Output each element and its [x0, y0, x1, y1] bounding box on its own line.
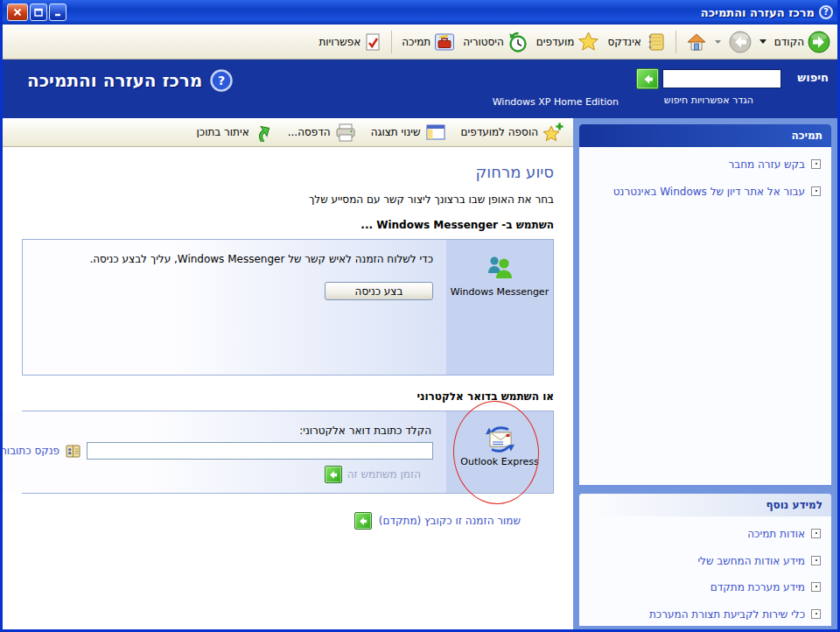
change-view-icon — [425, 123, 446, 141]
sidebar-item-label: בקש עזרה מחבר — [728, 158, 805, 172]
search-go-button[interactable] — [636, 68, 659, 89]
print-button[interactable]: הדפסה... — [288, 123, 356, 142]
change-view-button[interactable]: שינוי תצוגה — [371, 123, 446, 141]
close-button[interactable] — [7, 4, 28, 21]
email-row: פנקס כתובות — [3, 442, 433, 460]
page-toolbar: הוספה למועדפים שינוי תצוגה — [3, 118, 573, 147]
sign-in-button[interactable]: בצע כניסה — [325, 282, 433, 300]
sidebar: תמיכה בקש עזרה מחבר עבור אל אתר דיון של … — [573, 118, 837, 629]
support-panel-title: תמיכה — [579, 124, 831, 147]
arrow-left-icon — [642, 74, 654, 85]
support-panel-body: בקש עזרה מחבר עבור אל אתר דיון של Window… — [579, 147, 831, 210]
options-icon — [364, 32, 382, 52]
back-button[interactable]: הקודם — [774, 31, 830, 53]
index-label: אינדקס — [607, 36, 640, 48]
forward-dropdown[interactable] — [715, 40, 721, 44]
back-label: הקודם — [774, 36, 804, 48]
invite-row: הזמן משתמש זה — [3, 466, 421, 483]
main-content: סיוע מרחוק בחר את האופן שבו ברצונך ליצור… — [3, 147, 573, 629]
history-label: היסטוריה — [463, 36, 504, 48]
messenger-box-content: כדי לשלוח הזמנה לאיש קשר של Windows Mess… — [23, 240, 446, 375]
sidebar-item-label: מידע אודות המחשב שלי — [697, 555, 805, 569]
sidebar-item-label: עבור אל אתר דיון של Windows באינטרנט — [613, 186, 805, 200]
add-to-favorites-label: הוספה למועדפים — [461, 126, 539, 138]
minimize-icon — [53, 8, 62, 17]
support-icon — [434, 32, 455, 52]
main-area: הוספה למועדפים שינוי תצוגה — [3, 118, 573, 629]
messenger-icon-panel: Windows Messenger — [446, 240, 553, 375]
support-panel: תמיכה בקש עזרה מחבר עבור אל אתר דיון של … — [579, 124, 831, 485]
address-book-link[interactable]: פנקס כתובות — [3, 445, 60, 457]
printer-icon — [335, 123, 356, 142]
locate-in-contents-button[interactable]: איתור בתוכן — [197, 123, 273, 142]
back-icon — [808, 31, 830, 53]
email-field-label: הקלד כתובת דואר אלקטרוני: — [3, 425, 431, 437]
toolbar-separator — [676, 31, 676, 53]
sidebar-item-about-support[interactable]: אודות תמיכה — [590, 528, 821, 542]
outlook-app-label: Outlook Express — [460, 456, 538, 468]
history-button[interactable]: היסטוריה — [463, 32, 528, 53]
maximize-button[interactable] — [30, 4, 47, 21]
header-title-group: ? מרכז העזרה והתמיכה — [27, 69, 233, 92]
sidebar-item-advanced-system-info[interactable]: מידע מערכת מתקדם — [590, 581, 821, 595]
help-circle-icon: ? — [210, 69, 233, 92]
invite-user-button[interactable] — [325, 466, 342, 483]
email-box: Outlook Express הקלד כתובת דואר אלקטרוני… — [22, 411, 554, 494]
index-button[interactable]: אינדקס — [607, 32, 665, 52]
back-dropdown[interactable] — [760, 39, 766, 44]
save-invitation-button[interactable] — [354, 512, 372, 530]
page-bullet-icon — [811, 186, 821, 196]
titlebar: ? מרכז העזרה והתמיכה — [3, 0, 837, 25]
add-favorite-icon — [542, 122, 564, 143]
header-title: מרכז העזרה והתמיכה — [27, 70, 202, 91]
favorites-label: מועדפים — [536, 36, 575, 48]
window-title: מרכז העזרה והתמיכה — [701, 6, 815, 19]
edition-label: Windows XP Home Edition — [493, 96, 619, 108]
locate-arrow-icon — [254, 123, 273, 142]
locate-in-contents-label: איתור בתוכן — [197, 126, 249, 138]
sidebar-item-label: כלי שירות לקביעת תצורת המערכת — [649, 608, 805, 622]
search-options-link[interactable]: הגדר אפשרויות חיפוש — [664, 95, 753, 106]
options-button[interactable]: אפשרויות — [318, 32, 382, 52]
email-heading: או השתמש בדואר אלקטרוני — [22, 390, 554, 403]
support-button[interactable]: תמיכה — [402, 32, 455, 52]
options-label: אפשרויות — [318, 36, 360, 48]
minimize-button[interactable] — [49, 4, 66, 21]
index-icon — [645, 32, 666, 52]
svg-text:?: ? — [218, 74, 225, 88]
page-header: חיפוש הגדר אפשרויות חיפוש Windows XP Hom… — [3, 60, 837, 118]
support-label: תמיכה — [402, 36, 430, 48]
sidebar-item-ask-friend[interactable]: בקש עזרה מחבר — [590, 158, 821, 172]
help-icon: ? — [819, 5, 833, 19]
arrow-left-icon — [328, 470, 338, 480]
add-to-favorites-button[interactable]: הוספה למועדפים — [461, 122, 565, 143]
address-book-icon — [66, 445, 80, 458]
sidebar-item-label: אודות תמיכה — [747, 528, 805, 542]
home-button[interactable] — [686, 32, 707, 52]
favorites-button[interactable]: מועדפים — [536, 32, 600, 53]
home-icon — [686, 32, 707, 52]
outlook-express-icon — [483, 425, 516, 453]
sidebar-item-my-computer-info[interactable]: מידע אודות המחשב שלי — [590, 555, 821, 569]
see-also-panel: למידע נוסף אודות תמיכה מידע אודות המחשב … — [579, 494, 831, 626]
search-input[interactable] — [662, 69, 781, 88]
forward-icon — [729, 31, 752, 53]
sidebar-item-system-config-tool[interactable]: כלי שירות לקביעת תצורת המערכת — [590, 608, 821, 622]
content-row: תמיכה בקש עזרה מחבר עבור אל אתר דיון של … — [3, 118, 837, 629]
email-box-content: הקלד כתובת דואר אלקטרוני: פנקס כתובות — [3, 411, 446, 493]
arrow-left-icon — [358, 516, 368, 526]
page-bullet-icon — [811, 529, 821, 538]
sidebar-item-label: מידע מערכת מתקדם — [710, 581, 805, 595]
email-address-input[interactable] — [87, 442, 433, 460]
save-invitation-link[interactable]: שמור הזמנה זו כקובץ (מתקדם) — [379, 515, 521, 527]
change-view-label: שינוי תצוגה — [371, 126, 421, 138]
sidebar-item-windows-newsgroup[interactable]: עבור אל אתר דיון של Windows באינטרנט — [590, 186, 821, 200]
page-bullet-icon — [811, 159, 821, 169]
forward-button[interactable] — [729, 31, 752, 53]
search-label: חיפוש — [797, 71, 829, 84]
maximize-icon — [34, 8, 43, 17]
see-also-panel-body: אודות תמיכה מידע אודות המחשב שלי מידע מע… — [579, 516, 831, 626]
toolbar-separator-2 — [391, 31, 392, 53]
save-invitation-row: שמור הזמנה זו כקובץ (מתקדם) — [22, 512, 521, 530]
page-bullet-icon — [811, 609, 821, 619]
